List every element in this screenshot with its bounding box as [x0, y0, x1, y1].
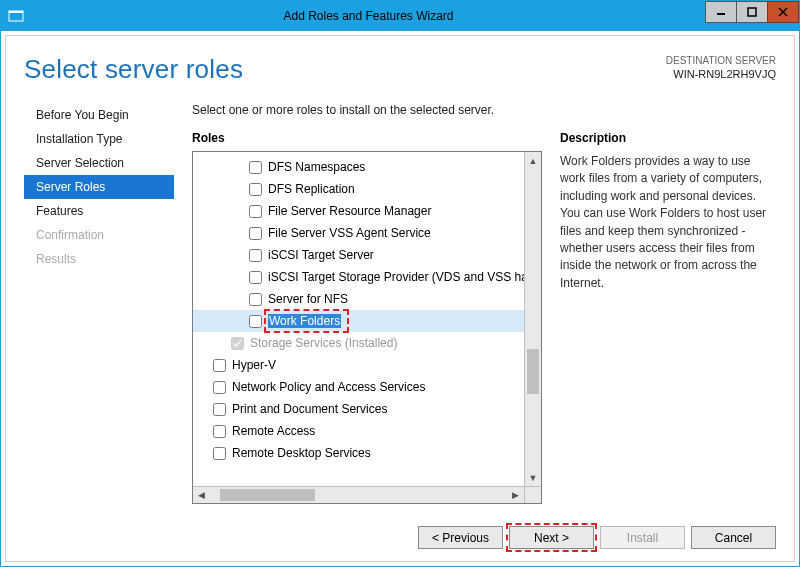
scroll-down-icon[interactable]: ▼ — [525, 469, 541, 486]
step-installation-type[interactable]: Installation Type — [24, 127, 174, 151]
header-row: Select server roles DESTINATION SERVER W… — [24, 54, 776, 85]
role-checkbox[interactable] — [249, 315, 262, 328]
role-checkbox[interactable] — [249, 161, 262, 174]
instruction-text: Select one or more roles to install on t… — [192, 103, 776, 117]
role-label: iSCSI Target Server — [268, 246, 374, 264]
role-label: Storage Services (Installed) — [250, 334, 397, 352]
role-item[interactable]: Remote Desktop Services — [193, 442, 524, 464]
role-label: Server for NFS — [268, 290, 348, 308]
description-column: Description Work Folders provides a way … — [560, 131, 776, 504]
role-item[interactable]: Work Folders — [193, 310, 524, 332]
cancel-button[interactable]: Cancel — [691, 526, 776, 549]
window-buttons — [706, 1, 799, 31]
role-checkbox[interactable] — [213, 447, 226, 460]
svg-rect-3 — [748, 8, 756, 16]
page-title: Select server roles — [24, 54, 243, 85]
roles-list[interactable]: DFS NamespacesDFS ReplicationFile Server… — [193, 152, 524, 486]
step-before-you-begin[interactable]: Before You Begin — [24, 103, 174, 127]
role-item[interactable]: Network Policy and Access Services — [193, 376, 524, 398]
role-item[interactable]: Remote Access — [193, 420, 524, 442]
steps-sidebar: Before You BeginInstallation TypeServer … — [24, 103, 174, 504]
wizard-window: Add Roles and Features Wizard Select ser… — [0, 0, 800, 567]
content-row: Before You BeginInstallation TypeServer … — [24, 103, 776, 504]
role-item: Storage Services (Installed) — [193, 332, 524, 354]
step-results: Results — [24, 247, 174, 271]
role-checkbox[interactable] — [213, 359, 226, 372]
role-checkbox[interactable] — [213, 403, 226, 416]
role-checkbox[interactable] — [249, 205, 262, 218]
role-label: Network Policy and Access Services — [232, 378, 425, 396]
close-button[interactable] — [767, 1, 799, 23]
role-item[interactable]: iSCSI Target Storage Provider (VDS and V… — [193, 266, 524, 288]
role-label: DFS Namespaces — [268, 158, 365, 176]
install-button: Install — [600, 526, 685, 549]
roles-column: Roles DFS NamespacesDFS ReplicationFile … — [192, 131, 542, 504]
role-label: Print and Document Services — [232, 400, 387, 418]
destination-label: DESTINATION SERVER — [666, 54, 776, 67]
titlebar: Add Roles and Features Wizard — [1, 1, 799, 31]
destination-info: DESTINATION SERVER WIN-RN9L2RH9VJQ — [666, 54, 776, 81]
role-label: File Server Resource Manager — [268, 202, 431, 220]
role-checkbox[interactable] — [249, 249, 262, 262]
role-item[interactable]: Print and Document Services — [193, 398, 524, 420]
scroll-corner — [524, 487, 541, 503]
description-text: Work Folders provides a way to use work … — [560, 153, 776, 292]
role-item[interactable]: File Server Resource Manager — [193, 200, 524, 222]
role-checkbox[interactable] — [249, 183, 262, 196]
svg-rect-1 — [9, 11, 23, 13]
role-checkbox[interactable] — [249, 227, 262, 240]
vertical-scrollbar[interactable]: ▲ ▼ — [524, 152, 541, 486]
buttons-row: < Previous Next > Install Cancel — [24, 516, 776, 549]
wizard-body: Select server roles DESTINATION SERVER W… — [5, 35, 795, 562]
hscroll-track[interactable] — [210, 487, 507, 503]
horizontal-scrollbar[interactable]: ◀ ▶ — [193, 486, 541, 503]
scroll-right-icon[interactable]: ▶ — [507, 487, 524, 503]
roles-box: DFS NamespacesDFS ReplicationFile Server… — [192, 151, 542, 504]
step-features[interactable]: Features — [24, 199, 174, 223]
role-checkbox[interactable] — [213, 381, 226, 394]
role-checkbox — [231, 337, 244, 350]
step-confirmation: Confirmation — [24, 223, 174, 247]
step-server-roles[interactable]: Server Roles — [24, 175, 174, 199]
role-checkbox[interactable] — [213, 425, 226, 438]
role-checkbox[interactable] — [249, 271, 262, 284]
restore-button[interactable] — [736, 1, 768, 23]
main-panel: Select one or more roles to install on t… — [192, 103, 776, 504]
next-button[interactable]: Next > — [509, 526, 594, 549]
minimize-button[interactable] — [705, 1, 737, 23]
role-item[interactable]: DFS Namespaces — [193, 156, 524, 178]
role-label: DFS Replication — [268, 180, 355, 198]
vscroll-track[interactable] — [525, 169, 541, 469]
vscroll-thumb[interactable] — [527, 349, 539, 394]
app-icon — [1, 8, 31, 24]
window-title: Add Roles and Features Wizard — [31, 9, 706, 23]
role-item[interactable]: Server for NFS — [193, 288, 524, 310]
destination-name: WIN-RN9L2RH9VJQ — [666, 67, 776, 81]
role-item[interactable]: Hyper-V — [193, 354, 524, 376]
role-label: Work Folders — [268, 312, 341, 330]
scroll-up-icon[interactable]: ▲ — [525, 152, 541, 169]
step-server-selection[interactable]: Server Selection — [24, 151, 174, 175]
role-label: Remote Access — [232, 422, 315, 440]
roles-heading: Roles — [192, 131, 542, 145]
role-checkbox[interactable] — [249, 293, 262, 306]
role-item[interactable]: DFS Replication — [193, 178, 524, 200]
hscroll-thumb[interactable] — [220, 489, 315, 501]
previous-button[interactable]: < Previous — [418, 526, 503, 549]
role-label: iSCSI Target Storage Provider (VDS and V… — [268, 268, 524, 286]
role-item[interactable]: iSCSI Target Server — [193, 244, 524, 266]
role-label: Hyper-V — [232, 356, 276, 374]
description-heading: Description — [560, 131, 776, 145]
role-label: Remote Desktop Services — [232, 444, 371, 462]
scroll-left-icon[interactable]: ◀ — [193, 487, 210, 503]
roles-desc-row: Roles DFS NamespacesDFS ReplicationFile … — [192, 131, 776, 504]
role-item[interactable]: File Server VSS Agent Service — [193, 222, 524, 244]
role-label: File Server VSS Agent Service — [268, 224, 431, 242]
